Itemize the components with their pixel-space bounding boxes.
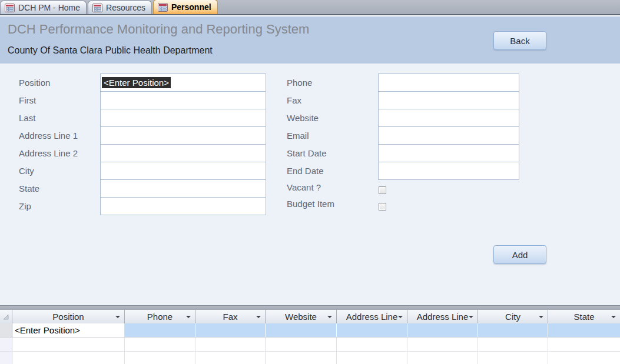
cell-fax[interactable] [195,323,266,337]
cell-phone[interactable] [125,323,195,337]
website-input[interactable] [378,109,519,127]
cell-website[interactable] [266,323,337,337]
email-input[interactable] [378,126,519,145]
start-date-input[interactable] [378,144,519,162]
cell-state[interactable] [548,338,620,351]
cell-phone[interactable] [125,338,195,351]
zip-input[interactable] [100,197,266,215]
position-selected-text: <Enter Position> [102,77,171,88]
column-header-phone[interactable]: Phone [125,310,195,323]
cell-fax[interactable] [195,338,266,351]
email-label: Email [287,127,309,145]
column-header-label: Address Line [346,312,398,322]
header-band: DCH Performance Monitoring and Reporting… [0,16,620,64]
column-header-label: Phone [147,312,173,322]
phone-label: Phone [287,74,312,92]
record-selector[interactable] [0,323,12,337]
select-all-triangle-icon [2,313,9,320]
state-label: State [19,180,39,198]
cell-address-line-2[interactable] [407,323,478,337]
cell-address-line-1[interactable] [337,338,407,351]
address-line-2-input[interactable] [100,144,266,162]
datasheet-header-row: Position Phone Fax Website Address Line … [0,310,620,323]
address-line-1-label: Address Line 1 [19,127,78,145]
column-header-address-line-1[interactable]: Address Line [337,310,407,323]
column-dropdown-icon[interactable] [186,316,191,318]
record-selector[interactable] [0,338,12,351]
end-date-input[interactable] [378,162,519,180]
cell-state[interactable] [548,323,620,337]
cell-address-line-2[interactable] [407,338,478,351]
tab-resources[interactable]: Resources [88,1,152,14]
address-line-1-input[interactable] [100,126,266,145]
cell-position[interactable]: <Enter Position> [12,323,125,337]
table-row [0,338,620,352]
cell-position[interactable] [12,352,125,364]
city-input[interactable] [100,162,266,180]
column-dropdown-icon[interactable] [398,316,403,318]
back-button[interactable]: Back [493,31,546,50]
form-icon [92,4,102,12]
cell-address-line-2[interactable] [407,352,478,364]
column-dropdown-icon[interactable] [115,316,120,318]
tab-dch-pm-home[interactable]: DCH PM - Home [0,1,87,14]
page-title: DCH Performance Monitoring and Reporting… [8,22,309,37]
position-input[interactable]: <Enter Position> [100,74,266,92]
fax-input[interactable] [378,91,519,109]
datasheet-top-border [0,305,620,310]
last-input[interactable] [100,109,266,127]
budget-item-label: Budget Item [287,195,334,213]
column-header-website[interactable]: Website [266,310,337,323]
cell-position[interactable] [12,338,125,351]
start-date-label: Start Date [287,145,327,162]
cell-city[interactable] [478,352,548,364]
position-label: Position [19,74,50,92]
city-label: City [19,162,34,180]
cell-city[interactable] [478,323,548,337]
select-all-corner[interactable] [0,310,12,323]
column-header-state[interactable]: State [548,310,620,323]
column-header-label: Fax [223,312,237,322]
vacant-label: Vacant ? [287,179,321,196]
column-dropdown-icon[interactable] [327,316,332,318]
column-dropdown-icon[interactable] [539,316,543,318]
column-header-label: Address Line [417,312,469,322]
tab-strip: DCH PM - Home Resources Personnel [0,0,620,15]
website-label: Website [287,109,319,127]
phone-input[interactable] [378,74,519,92]
cell-website[interactable] [266,338,337,351]
cell-address-line-1[interactable] [337,323,407,337]
record-selector[interactable] [0,352,12,364]
first-label: First [19,92,36,109]
budget-item-checkbox[interactable] [379,203,386,211]
form-area: Position First Last Address Line 1 Addre… [0,64,620,305]
tab-label: Personnel [171,2,211,12]
fax-label: Fax [287,92,301,109]
column-dropdown-icon[interactable] [469,316,473,318]
add-button[interactable]: Add [493,245,546,264]
cell-address-line-1[interactable] [337,352,407,364]
column-header-label: Position [52,312,84,322]
column-header-position[interactable]: Position [12,310,125,323]
column-header-address-line-2[interactable]: Address Line [407,310,478,323]
tab-label: DCH PM - Home [18,3,80,12]
end-date-label: End Date [287,162,324,180]
first-input[interactable] [100,91,266,109]
column-header-fax[interactable]: Fax [195,310,266,323]
cell-phone[interactable] [125,352,195,364]
cell-city[interactable] [478,338,548,351]
tab-personnel[interactable]: Personnel [153,0,218,14]
table-row [0,352,620,364]
column-dropdown-icon[interactable] [256,316,261,318]
cell-website[interactable] [266,352,337,364]
state-input[interactable] [100,179,266,198]
column-dropdown-icon[interactable] [611,316,616,318]
cell-fax[interactable] [195,352,266,364]
form-icon [5,4,15,12]
table-row: <Enter Position> [0,323,620,338]
column-header-label: Website [285,312,317,322]
vacant-checkbox[interactable] [379,186,386,194]
column-header-label: City [505,312,520,322]
column-header-city[interactable]: City [478,310,548,323]
cell-state[interactable] [548,352,620,364]
